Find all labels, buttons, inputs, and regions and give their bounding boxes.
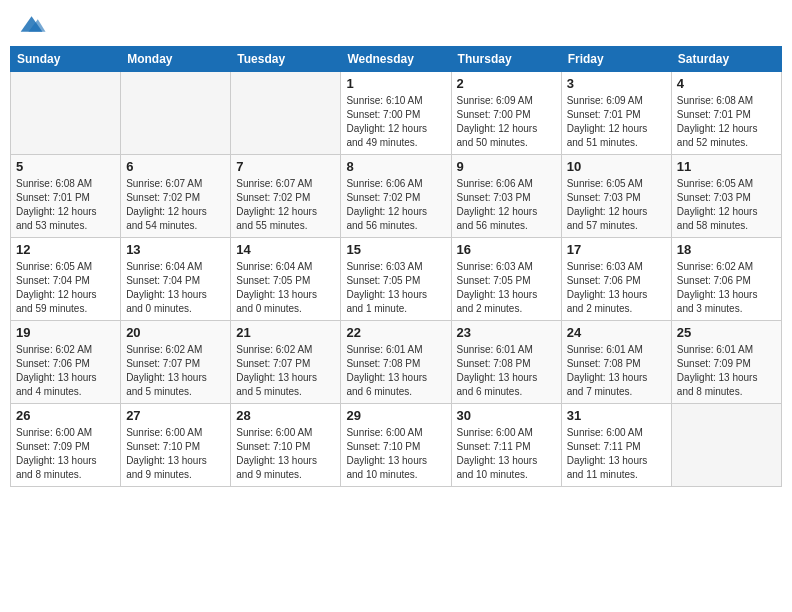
calendar-cell: 2Sunrise: 6:09 AM Sunset: 7:00 PM Daylig… (451, 72, 561, 155)
calendar-cell: 9Sunrise: 6:06 AM Sunset: 7:03 PM Daylig… (451, 155, 561, 238)
day-info: Sunrise: 6:09 AM Sunset: 7:00 PM Dayligh… (457, 94, 556, 150)
calendar-cell: 7Sunrise: 6:07 AM Sunset: 7:02 PM Daylig… (231, 155, 341, 238)
calendar-cell: 23Sunrise: 6:01 AM Sunset: 7:08 PM Dayli… (451, 321, 561, 404)
day-info: Sunrise: 6:01 AM Sunset: 7:08 PM Dayligh… (346, 343, 445, 399)
day-number: 6 (126, 159, 225, 174)
calendar-cell: 15Sunrise: 6:03 AM Sunset: 7:05 PM Dayli… (341, 238, 451, 321)
calendar-cell (11, 72, 121, 155)
day-number: 20 (126, 325, 225, 340)
calendar-cell: 30Sunrise: 6:00 AM Sunset: 7:11 PM Dayli… (451, 404, 561, 487)
day-number: 14 (236, 242, 335, 257)
day-number: 1 (346, 76, 445, 91)
logo-icon (14, 10, 46, 38)
day-info: Sunrise: 6:03 AM Sunset: 7:05 PM Dayligh… (457, 260, 556, 316)
day-info: Sunrise: 6:04 AM Sunset: 7:05 PM Dayligh… (236, 260, 335, 316)
calendar-cell: 29Sunrise: 6:00 AM Sunset: 7:10 PM Dayli… (341, 404, 451, 487)
day-info: Sunrise: 6:01 AM Sunset: 7:08 PM Dayligh… (457, 343, 556, 399)
day-number: 2 (457, 76, 556, 91)
day-info: Sunrise: 6:06 AM Sunset: 7:03 PM Dayligh… (457, 177, 556, 233)
calendar-cell: 11Sunrise: 6:05 AM Sunset: 7:03 PM Dayli… (671, 155, 781, 238)
day-number: 26 (16, 408, 115, 423)
weekday-header-wednesday: Wednesday (341, 47, 451, 72)
day-info: Sunrise: 6:04 AM Sunset: 7:04 PM Dayligh… (126, 260, 225, 316)
day-number: 3 (567, 76, 666, 91)
weekday-header-thursday: Thursday (451, 47, 561, 72)
day-number: 15 (346, 242, 445, 257)
day-number: 27 (126, 408, 225, 423)
calendar-cell: 5Sunrise: 6:08 AM Sunset: 7:01 PM Daylig… (11, 155, 121, 238)
day-info: Sunrise: 6:00 AM Sunset: 7:11 PM Dayligh… (567, 426, 666, 482)
calendar-week-1: 1Sunrise: 6:10 AM Sunset: 7:00 PM Daylig… (11, 72, 782, 155)
calendar-cell: 16Sunrise: 6:03 AM Sunset: 7:05 PM Dayli… (451, 238, 561, 321)
day-number: 22 (346, 325, 445, 340)
day-number: 29 (346, 408, 445, 423)
day-number: 23 (457, 325, 556, 340)
day-number: 10 (567, 159, 666, 174)
calendar-table: SundayMondayTuesdayWednesdayThursdayFrid… (10, 46, 782, 487)
day-info: Sunrise: 6:07 AM Sunset: 7:02 PM Dayligh… (236, 177, 335, 233)
day-info: Sunrise: 6:10 AM Sunset: 7:00 PM Dayligh… (346, 94, 445, 150)
day-number: 5 (16, 159, 115, 174)
calendar-week-3: 12Sunrise: 6:05 AM Sunset: 7:04 PM Dayli… (11, 238, 782, 321)
day-info: Sunrise: 6:07 AM Sunset: 7:02 PM Dayligh… (126, 177, 225, 233)
calendar-cell: 10Sunrise: 6:05 AM Sunset: 7:03 PM Dayli… (561, 155, 671, 238)
calendar-cell (671, 404, 781, 487)
day-info: Sunrise: 6:08 AM Sunset: 7:01 PM Dayligh… (677, 94, 776, 150)
calendar-cell: 26Sunrise: 6:00 AM Sunset: 7:09 PM Dayli… (11, 404, 121, 487)
weekday-header-monday: Monday (121, 47, 231, 72)
calendar-cell: 4Sunrise: 6:08 AM Sunset: 7:01 PM Daylig… (671, 72, 781, 155)
day-info: Sunrise: 6:00 AM Sunset: 7:10 PM Dayligh… (346, 426, 445, 482)
calendar-week-2: 5Sunrise: 6:08 AM Sunset: 7:01 PM Daylig… (11, 155, 782, 238)
calendar-cell: 1Sunrise: 6:10 AM Sunset: 7:00 PM Daylig… (341, 72, 451, 155)
day-number: 11 (677, 159, 776, 174)
day-info: Sunrise: 6:06 AM Sunset: 7:02 PM Dayligh… (346, 177, 445, 233)
day-number: 21 (236, 325, 335, 340)
day-info: Sunrise: 6:02 AM Sunset: 7:06 PM Dayligh… (677, 260, 776, 316)
day-number: 13 (126, 242, 225, 257)
calendar-cell: 22Sunrise: 6:01 AM Sunset: 7:08 PM Dayli… (341, 321, 451, 404)
calendar-cell: 24Sunrise: 6:01 AM Sunset: 7:08 PM Dayli… (561, 321, 671, 404)
calendar-cell: 27Sunrise: 6:00 AM Sunset: 7:10 PM Dayli… (121, 404, 231, 487)
day-number: 9 (457, 159, 556, 174)
day-number: 8 (346, 159, 445, 174)
day-number: 19 (16, 325, 115, 340)
day-info: Sunrise: 6:05 AM Sunset: 7:03 PM Dayligh… (567, 177, 666, 233)
calendar-cell: 3Sunrise: 6:09 AM Sunset: 7:01 PM Daylig… (561, 72, 671, 155)
calendar-cell: 18Sunrise: 6:02 AM Sunset: 7:06 PM Dayli… (671, 238, 781, 321)
day-number: 7 (236, 159, 335, 174)
day-info: Sunrise: 6:00 AM Sunset: 7:11 PM Dayligh… (457, 426, 556, 482)
day-number: 17 (567, 242, 666, 257)
calendar-cell: 28Sunrise: 6:00 AM Sunset: 7:10 PM Dayli… (231, 404, 341, 487)
weekday-header-saturday: Saturday (671, 47, 781, 72)
weekday-header-row: SundayMondayTuesdayWednesdayThursdayFrid… (11, 47, 782, 72)
calendar-cell: 14Sunrise: 6:04 AM Sunset: 7:05 PM Dayli… (231, 238, 341, 321)
day-info: Sunrise: 6:02 AM Sunset: 7:07 PM Dayligh… (236, 343, 335, 399)
day-info: Sunrise: 6:03 AM Sunset: 7:05 PM Dayligh… (346, 260, 445, 316)
calendar-cell (231, 72, 341, 155)
day-info: Sunrise: 6:01 AM Sunset: 7:08 PM Dayligh… (567, 343, 666, 399)
calendar-cell: 17Sunrise: 6:03 AM Sunset: 7:06 PM Dayli… (561, 238, 671, 321)
day-info: Sunrise: 6:09 AM Sunset: 7:01 PM Dayligh… (567, 94, 666, 150)
day-number: 16 (457, 242, 556, 257)
calendar-cell: 25Sunrise: 6:01 AM Sunset: 7:09 PM Dayli… (671, 321, 781, 404)
day-info: Sunrise: 6:01 AM Sunset: 7:09 PM Dayligh… (677, 343, 776, 399)
day-info: Sunrise: 6:02 AM Sunset: 7:07 PM Dayligh… (126, 343, 225, 399)
page-header (10, 10, 782, 38)
calendar-cell: 21Sunrise: 6:02 AM Sunset: 7:07 PM Dayli… (231, 321, 341, 404)
calendar-cell: 31Sunrise: 6:00 AM Sunset: 7:11 PM Dayli… (561, 404, 671, 487)
day-info: Sunrise: 6:05 AM Sunset: 7:04 PM Dayligh… (16, 260, 115, 316)
day-number: 24 (567, 325, 666, 340)
logo (14, 10, 50, 38)
day-info: Sunrise: 6:00 AM Sunset: 7:09 PM Dayligh… (16, 426, 115, 482)
day-info: Sunrise: 6:03 AM Sunset: 7:06 PM Dayligh… (567, 260, 666, 316)
day-number: 12 (16, 242, 115, 257)
day-info: Sunrise: 6:05 AM Sunset: 7:03 PM Dayligh… (677, 177, 776, 233)
calendar-cell: 20Sunrise: 6:02 AM Sunset: 7:07 PM Dayli… (121, 321, 231, 404)
calendar-cell: 12Sunrise: 6:05 AM Sunset: 7:04 PM Dayli… (11, 238, 121, 321)
day-number: 30 (457, 408, 556, 423)
weekday-header-tuesday: Tuesday (231, 47, 341, 72)
day-info: Sunrise: 6:08 AM Sunset: 7:01 PM Dayligh… (16, 177, 115, 233)
calendar-cell: 8Sunrise: 6:06 AM Sunset: 7:02 PM Daylig… (341, 155, 451, 238)
day-number: 28 (236, 408, 335, 423)
calendar-week-5: 26Sunrise: 6:00 AM Sunset: 7:09 PM Dayli… (11, 404, 782, 487)
